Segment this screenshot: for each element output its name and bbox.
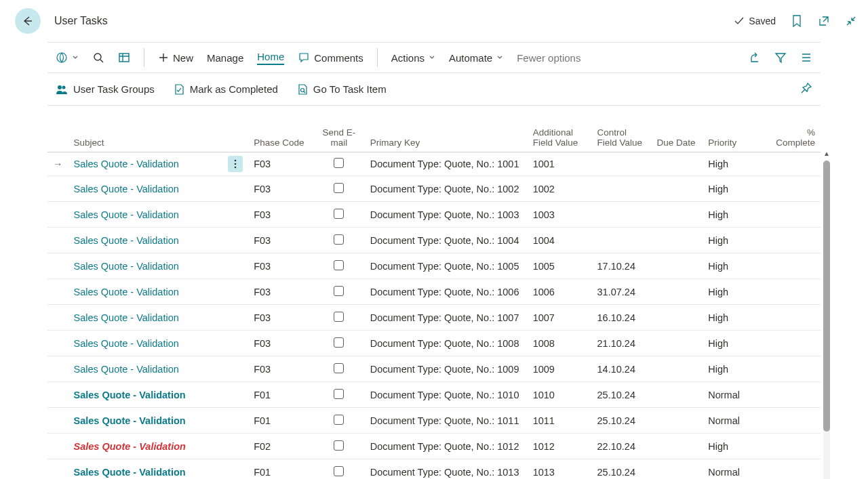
col-phase[interactable]: Phase Code: [248, 123, 313, 152]
email-checkbox[interactable]: [334, 260, 344, 270]
popout-button[interactable]: [818, 15, 830, 27]
email-checkbox[interactable]: [334, 158, 344, 168]
row-menu-button[interactable]: [228, 308, 243, 325]
table-row[interactable]: Sales Quote - ValidationF01Document Type…: [47, 382, 821, 408]
collapse-button[interactable]: [845, 15, 857, 27]
search-button[interactable]: [92, 51, 104, 64]
view-selector[interactable]: [56, 51, 79, 64]
email-checkbox[interactable]: [334, 234, 344, 245]
subject-link[interactable]: Sales Quote - Validation: [74, 364, 179, 375]
col-addl[interactable]: Additional Field Value: [528, 123, 592, 152]
cell-due: [651, 408, 703, 434]
email-checkbox[interactable]: [334, 312, 344, 322]
cell-subject: Sales Quote - Validation: [68, 459, 223, 480]
subject-link[interactable]: Sales Quote - Validation: [74, 184, 179, 194]
goto-task-button[interactable]: Go To Task Item: [297, 83, 387, 96]
row-menu-button[interactable]: [228, 437, 243, 453]
subject-link[interactable]: Sales Quote - Validation: [74, 441, 186, 452]
bookmark-button[interactable]: [791, 14, 803, 28]
table-row[interactable]: Sales Quote - ValidationF03Document Type…: [47, 305, 821, 331]
col-pct[interactable]: % Complete: [766, 123, 821, 152]
row-menu-button[interactable]: [228, 386, 243, 402]
table-row[interactable]: Sales Quote - ValidationF03Document Type…: [47, 202, 821, 228]
back-arrow-icon: [21, 14, 35, 28]
details-pane-button[interactable]: [800, 51, 812, 64]
cell-ctrl: 21.10.24: [592, 331, 652, 356]
list-view-button[interactable]: [118, 51, 130, 64]
cell-ctrl: 17.10.24: [592, 253, 652, 279]
vertical-scrollbar[interactable]: ▲ ▼: [823, 161, 830, 479]
row-menu-button[interactable]: [228, 334, 243, 350]
row-menu-button[interactable]: [228, 205, 243, 222]
cell-menu: [222, 202, 248, 228]
filter-button[interactable]: [774, 51, 787, 64]
scroll-up-arrow[interactable]: ▲: [823, 150, 831, 157]
pin-button[interactable]: [800, 82, 812, 96]
manage-button[interactable]: Manage: [207, 52, 243, 64]
table-row[interactable]: Sales Quote - ValidationF03Document Type…: [47, 331, 821, 356]
vscroll-thumb[interactable]: [823, 161, 830, 432]
col-pk[interactable]: Primary Key: [365, 123, 528, 152]
col-subject[interactable]: Subject: [68, 123, 223, 152]
row-menu-button[interactable]: [228, 231, 243, 247]
new-button[interactable]: New: [158, 52, 193, 64]
subject-link[interactable]: Sales Quote - Validation: [74, 338, 179, 349]
share-icon: [749, 51, 761, 64]
col-email[interactable]: Send E-mail: [313, 123, 365, 152]
subject-link[interactable]: Sales Quote - Validation: [74, 235, 179, 246]
table-row[interactable]: Sales Quote - ValidationF03Document Type…: [47, 176, 821, 202]
subject-link[interactable]: Sales Quote - Validation: [74, 159, 179, 169]
email-checkbox[interactable]: [334, 415, 344, 425]
table-row[interactable]: Sales Quote - ValidationF01Document Type…: [47, 408, 821, 434]
subject-link[interactable]: Sales Quote - Validation: [74, 390, 186, 400]
table-row[interactable]: Sales Quote - ValidationF03Document Type…: [47, 253, 821, 279]
actions-menu[interactable]: Actions: [391, 52, 435, 64]
share-button[interactable]: [749, 51, 761, 64]
cell-pk: Document Type: Quote, No.: 1007: [365, 305, 528, 331]
cell-priority: High: [703, 202, 766, 228]
email-checkbox[interactable]: [334, 209, 344, 219]
row-menu-button[interactable]: [228, 156, 243, 172]
subject-link[interactable]: Sales Quote - Validation: [74, 467, 186, 478]
row-menu-button[interactable]: [228, 283, 243, 299]
subject-link[interactable]: Sales Quote - Validation: [74, 415, 186, 426]
row-menu-button[interactable]: [228, 463, 243, 479]
table-row[interactable]: Sales Quote - ValidationF03Document Type…: [47, 279, 821, 305]
row-menu-button[interactable]: [228, 257, 243, 273]
email-checkbox[interactable]: [334, 337, 344, 348]
table-row[interactable]: Sales Quote - ValidationF01Document Type…: [47, 459, 821, 480]
cell-menu: [222, 253, 248, 279]
subject-link[interactable]: Sales Quote - Validation: [74, 312, 179, 323]
email-checkbox[interactable]: [334, 440, 344, 451]
email-checkbox[interactable]: [334, 286, 344, 296]
table-row[interactable]: Sales Quote - ValidationF02Document Type…: [47, 434, 821, 459]
row-menu-button[interactable]: [228, 360, 243, 376]
col-priority[interactable]: Priority: [703, 123, 766, 152]
email-checkbox[interactable]: [334, 466, 344, 476]
cell-pk: Document Type: Quote, No.: 1013: [365, 459, 528, 480]
subject-link[interactable]: Sales Quote - Validation: [74, 261, 179, 272]
comments-button[interactable]: Comments: [298, 51, 363, 64]
email-checkbox[interactable]: [334, 183, 344, 193]
table-row[interactable]: Sales Quote - ValidationF03Document Type…: [47, 356, 821, 382]
table-row[interactable]: →Sales Quote - ValidationF03Document Typ…: [47, 152, 821, 176]
col-menu: [222, 123, 248, 152]
mark-completed-button[interactable]: Mark as Completed: [174, 83, 278, 96]
home-tab[interactable]: Home: [257, 51, 284, 65]
row-menu-button[interactable]: [228, 411, 243, 428]
col-ctrl[interactable]: Control Field Value: [592, 123, 652, 152]
email-checkbox[interactable]: [334, 389, 344, 399]
cell-email: [313, 331, 365, 356]
cell-due: [651, 228, 703, 253]
email-checkbox[interactable]: [334, 363, 344, 373]
row-menu-button[interactable]: [228, 180, 243, 196]
subject-link[interactable]: Sales Quote - Validation: [74, 287, 179, 297]
subject-link[interactable]: Sales Quote - Validation: [74, 209, 179, 220]
fewer-options-button[interactable]: Fewer options: [517, 52, 580, 64]
automate-menu[interactable]: Automate: [449, 52, 503, 64]
cell-menu: [222, 382, 248, 408]
user-task-groups-button[interactable]: User Task Groups: [56, 83, 155, 95]
table-row[interactable]: Sales Quote - ValidationF03Document Type…: [47, 228, 821, 253]
col-due[interactable]: Due Date: [651, 123, 703, 152]
back-button[interactable]: [15, 8, 41, 34]
